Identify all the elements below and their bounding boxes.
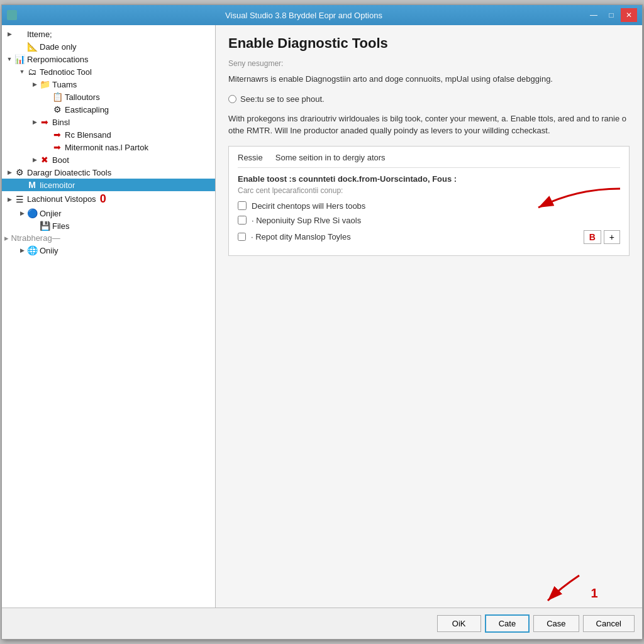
tree-label-binsl: Binsl <box>52 118 70 127</box>
title-bar: Visual Studio 3.8 Bryddel Eopr and Optio… <box>2 5 642 25</box>
field-label: Enable toost :s counnteti dock.from-Uors… <box>238 174 620 184</box>
case-button[interactable]: Case <box>533 615 579 632</box>
tree-icon-easticapling: ⚙ <box>52 104 62 114</box>
checkbox-row-1-container: Decirit chentops will Hers toobs <box>238 201 620 211</box>
expand-icon-talloutors <box>42 92 52 102</box>
tree-item-binsl[interactable]: ▶ ➡ Binsl <box>2 116 215 128</box>
tree-icon-boot: ✖ <box>40 155 50 165</box>
tab-ressie[interactable]: Ressie <box>238 153 263 164</box>
tree-item-daragr[interactable]: ▶ ⚙ Daragr Dioatectic Tools <box>2 166 215 179</box>
tree-item-iicemoitor[interactable]: M Iicemoitor <box>2 179 215 191</box>
expand-icon-lachionut[interactable]: ▶ <box>4 194 14 204</box>
expand-icon-repo[interactable]: ▼ <box>4 54 14 64</box>
btn-group: B + <box>584 230 620 244</box>
radio-label: See:tu se to see phout. <box>240 94 325 104</box>
tree-icon-mitermonit: ➡ <box>52 142 62 152</box>
expand-icon-mitermonit <box>42 142 52 152</box>
cancel-button[interactable]: Cancel <box>583 615 635 632</box>
tree-label-daragr: Daragr Dioatectic Tools <box>27 168 111 177</box>
bottom-bar: OiK Cate Case 1 Cancel <box>2 608 642 639</box>
close-button[interactable]: ✕ <box>621 8 637 22</box>
radio-row: See:tu se to see phout. <box>228 94 630 104</box>
checkbox-row-1: Decirit chentops will Hers toobs <box>238 201 620 211</box>
main-window: Visual Studio 3.8 Bryddel Eopr and Optio… <box>1 4 643 640</box>
tree-item-easticapling[interactable]: ⚙ Easticapling <box>2 103 215 116</box>
expand-icon-oniiy[interactable]: ▶ <box>17 245 27 255</box>
tree-label-ntrabherag: ▸ Ntrabherag— <box>4 233 60 243</box>
checkbox-2[interactable] <box>238 216 247 225</box>
expand-icon-easticapling <box>42 104 52 114</box>
checkbox-label-1: Decirit chentops will Hers toobs <box>252 201 365 211</box>
tree-icon-tuams: 📁 <box>40 79 50 89</box>
expand-icon-boot[interactable]: ▶ <box>30 155 40 165</box>
field-sub: Carc cent lpecaraficontii conup: <box>238 186 620 195</box>
tree-icon-lachionut: ☰ <box>14 194 25 204</box>
case-btn-wrapper: Case 1 <box>533 615 579 632</box>
tree-label-lachionut: Lachionut Vistopos <box>27 194 96 204</box>
tree-icon-oniiy: 🌐 <box>27 245 37 255</box>
expand-icon-rc <box>42 130 52 140</box>
options-tabs: Ressie Some seition in to dergiy ators <box>238 153 620 168</box>
expand-icon-tuams[interactable]: ▶ <box>30 79 40 89</box>
tree-icon-binsl: ➡ <box>40 117 50 127</box>
b-button[interactable]: B <box>584 230 601 244</box>
tree-label-mitermonit: Mitermonit nas.l Partok <box>65 143 148 152</box>
radio-input[interactable] <box>228 95 236 103</box>
tree-item-mitermonit[interactable]: ➡ Mitermonit nas.l Partok <box>2 141 215 153</box>
tree-item-files[interactable]: 💾 Files <box>2 219 215 232</box>
tree-icon-repo: 📊 <box>14 54 25 64</box>
cate-button[interactable]: Cate <box>485 614 530 633</box>
tree-icon-dade: 📐 <box>27 42 37 52</box>
expand-icon-items[interactable]: ▶ <box>4 29 14 39</box>
expand-icon-binsl[interactable]: ▶ <box>30 117 40 127</box>
checkbox-label-2: · Neponiuity Sup Rlve Si vaols <box>252 216 361 225</box>
tree-label-iicemoitor: Iicemoitor <box>40 180 75 190</box>
tree-item-talloutors[interactable]: 📋 Talloutors <box>2 91 215 103</box>
tree-label-oniiy: Oniiy <box>40 246 58 255</box>
checkbox-row-2: · Neponiuity Sup Rlve Si vaols <box>238 216 620 225</box>
checkbox-3[interactable] <box>238 233 246 241</box>
tab-some-seition[interactable]: Some seition in to dergiy ators <box>275 153 386 164</box>
tree-label-tednotioc: Tednotioc Tool <box>40 67 92 77</box>
tree-icon-files: 💾 <box>40 221 50 231</box>
tree-item-boot[interactable]: ▶ ✖ Boot <box>2 153 215 166</box>
tree-label-rc: Rc Blensand <box>65 130 111 140</box>
tree-label-easticapling: Easticapling <box>65 105 109 114</box>
tree-item-lachionut[interactable]: ▶ ☰ Lachionut Vistopos 0 <box>2 191 215 207</box>
checkbox-row-3: · Repot dity Manslop Toyles B + <box>238 230 620 244</box>
tree-label-tuams: Tuams <box>52 80 77 89</box>
description2: With prokegons ins drarioutriv wirldoual… <box>228 113 630 137</box>
expand-icon-tednotioc[interactable]: ▼ <box>17 67 27 77</box>
window-controls: — □ ✕ <box>586 8 637 22</box>
page-title: Enable Diagnostic Tools <box>228 35 630 52</box>
minimize-button[interactable]: — <box>586 8 602 22</box>
tree-item-rerpomiocations[interactable]: ▼ 📊 Rerpomiocations <box>2 53 215 65</box>
checkbox-1[interactable] <box>238 201 247 210</box>
expand-icon-onjier[interactable]: ▶ <box>17 208 27 218</box>
tree-label-onjier: Onjier <box>40 209 62 218</box>
ok-button[interactable]: OiK <box>437 615 481 632</box>
window-title: Visual Studio 3.8 Bryddel Eopr and Optio… <box>22 11 586 20</box>
checkbox-row-3-left: · Repot dity Manslop Toyles <box>238 232 351 242</box>
expand-icon-iicemoitor <box>17 180 27 190</box>
plus-button[interactable]: + <box>604 230 620 244</box>
tree-label-repo: Rerpomiocations <box>27 55 89 64</box>
lachionut-badge: 0 <box>100 192 106 206</box>
tree-item-dade-only[interactable]: 📐 Dade only <box>2 40 215 53</box>
tree-item-tuams[interactable]: ▶ 📁 Tuams <box>2 78 215 91</box>
tree-item-rc-blensand[interactable]: ➡ Rc Blensand <box>2 128 215 141</box>
tree-icon-items <box>14 29 25 39</box>
tree-label-items: Itteme; <box>27 30 52 39</box>
tree-item-onjier[interactable]: ▶ 🔵 Onjier <box>2 207 215 219</box>
tree-item-items[interactable]: ▶ Itteme; <box>2 28 215 40</box>
expand-icon-daragr[interactable]: ▶ <box>4 167 14 177</box>
tree-item-oniiy[interactable]: ▶ 🌐 Oniiy <box>2 244 215 257</box>
tree-item-tednotioc[interactable]: ▼ 🗂 Tednotioc Tool <box>2 65 215 78</box>
description1: Miternawrs is enable Diagnogstiin arto a… <box>228 73 630 86</box>
tree-icon-daragr: ⚙ <box>14 167 25 177</box>
tree-panel[interactable]: ▶ Itteme; 📐 Dade only ▼ 📊 Rerpomiocation… <box>2 25 216 608</box>
maximize-button[interactable]: □ <box>603 8 619 22</box>
main-content: ▶ Itteme; 📐 Dade only ▼ 📊 Rerpomiocation… <box>2 25 642 608</box>
expand-icon-files <box>30 221 40 231</box>
tree-icon-tednotioc: 🗂 <box>27 67 37 77</box>
